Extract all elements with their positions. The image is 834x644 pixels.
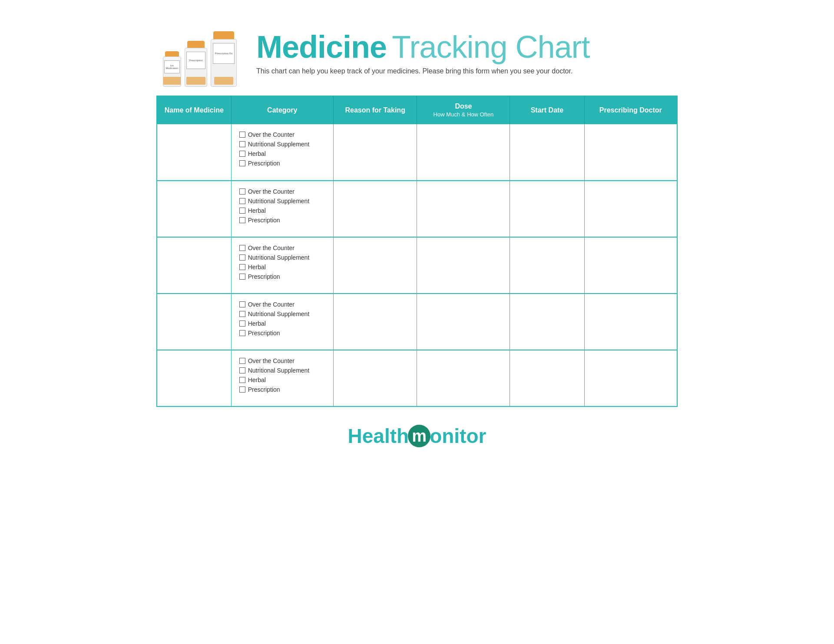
category-option[interactable]: Over the Counter [239,244,325,251]
category-option[interactable]: Nutritional Supplement [239,141,325,148]
medicine-name-cell [157,294,231,350]
checkbox-icon [239,386,245,393]
category-label: Nutritional Supplement [248,198,310,205]
category-option[interactable]: Over the Counter [239,357,325,364]
category-label: Nutritional Supplement [248,141,310,148]
reason-cell [333,124,417,181]
prescribing-doctor-cell [584,181,677,237]
category-option[interactable]: Prescription [239,217,325,224]
category-option[interactable]: Nutritional Supplement [239,198,325,205]
reason-cell [333,181,417,237]
category-label: Prescription [248,160,280,167]
bottle-cap-1 [165,51,179,56]
reason-cell [333,237,417,294]
category-option[interactable]: Nutritional Supplement [239,367,325,374]
category-cell: Over the CounterNutritional SupplementHe… [231,124,333,181]
title-line: Medicine Tracking Chart [256,29,678,65]
footer-circle-letter: m [412,428,427,444]
checkbox-icon [239,367,245,373]
category-cell: Over the CounterNutritional SupplementHe… [231,294,333,350]
category-option[interactable]: Herbal [239,150,325,157]
category-option[interactable]: Prescription [239,273,325,280]
category-option[interactable]: Herbal [239,376,325,383]
col-header-dose: Dose How Much & How Often [417,96,510,124]
bottle-pills-3 [214,77,233,85]
footer-monitor-text: onitor [430,424,486,448]
dose-cell [417,124,510,181]
checkbox-icon [239,320,245,327]
category-option[interactable]: Nutritional Supplement [239,310,325,317]
page-wrapper: Ion Medication Prescription Prescription… [156,17,678,448]
medicine-name-cell [157,124,231,181]
category-option[interactable]: Nutritional Supplement [239,254,325,261]
category-option[interactable]: Prescription [239,386,325,393]
bottle-label-2: Prescription [186,52,205,69]
category-label: Over the Counter [248,244,295,251]
bottle-2: Prescription [185,41,207,87]
start-date-cell [510,294,584,350]
start-date-cell [510,350,584,406]
category-cell: Over the CounterNutritional SupplementHe… [231,237,333,294]
table-row: Over the CounterNutritional SupplementHe… [157,350,677,406]
checkbox-icon [239,151,245,157]
checkbox-icon [239,311,245,317]
checkbox-icon [239,377,245,383]
title-area: Medicine Tracking Chart This chart can h… [256,29,678,75]
footer: Health m onitor [156,424,678,448]
medicine-name-cell [157,181,231,237]
checkbox-icon [239,217,245,223]
table-row: Over the CounterNutritional SupplementHe… [157,124,677,181]
bottle-body-2: Prescription [185,48,207,87]
category-option[interactable]: Over the Counter [239,131,325,138]
col-header-reason: Reason for Taking [333,96,417,124]
footer-circle-icon: m [408,425,430,447]
bottle-label-3: Prescription Rx [213,43,235,64]
medicine-name-cell [157,350,231,406]
checkbox-icon [239,141,245,147]
bottle-cap-3 [213,31,234,39]
category-option[interactable]: Herbal [239,264,325,271]
start-date-cell [510,124,584,181]
bottle-1: Ion Medication [163,51,181,87]
category-label: Prescription [248,330,280,337]
category-label: Herbal [248,376,266,383]
pill-bottles-illustration: Ion Medication Prescription Prescription… [156,17,243,87]
category-label: Nutritional Supplement [248,254,310,261]
table-header-row: Name of Medicine Category Reason for Tak… [157,96,677,124]
category-cell: Over the CounterNutritional SupplementHe… [231,350,333,406]
prescribing-doctor-cell [584,350,677,406]
category-option[interactable]: Over the Counter [239,188,325,195]
category-option[interactable]: Herbal [239,320,325,327]
bottle-pills-2 [186,77,205,85]
footer-health-text: Health [348,424,409,448]
bottle-body-3: Prescription Rx [211,39,237,87]
checkbox-icon [239,160,245,166]
category-label: Prescription [248,217,280,224]
category-label: Nutritional Supplement [248,310,310,317]
category-cell: Over the CounterNutritional SupplementHe… [231,181,333,237]
category-option[interactable]: Over the Counter [239,301,325,308]
checkbox-icon [239,358,245,364]
category-label: Over the Counter [248,188,295,195]
checkbox-icon [239,301,245,307]
category-option[interactable]: Prescription [239,160,325,167]
checkbox-icon [239,264,245,270]
table-row: Over the CounterNutritional SupplementHe… [157,294,677,350]
table-body: Over the CounterNutritional SupplementHe… [157,124,677,406]
checkbox-icon [239,330,245,336]
category-label: Herbal [248,207,266,214]
category-label: Prescription [248,273,280,280]
bottle-label-1: Ion Medication [164,60,180,73]
prescribing-doctor-cell [584,237,677,294]
dose-cell [417,350,510,406]
bottle-3: Prescription Rx [211,31,237,87]
category-option[interactable]: Herbal [239,207,325,214]
category-label: Herbal [248,264,266,271]
bottle-pills-1 [163,77,181,85]
category-option[interactable]: Prescription [239,330,325,337]
checkbox-icon [239,274,245,280]
table-row: Over the CounterNutritional SupplementHe… [157,181,677,237]
title-tracking-chart: Tracking Chart [392,29,589,65]
checkbox-icon [239,245,245,251]
bottle-body-1: Ion Medication [163,56,181,87]
